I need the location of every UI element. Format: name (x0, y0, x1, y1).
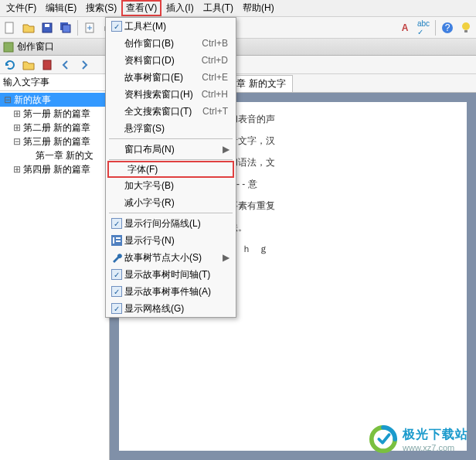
left-panel: ⊟ 新的故事 ⊞ 第一册 新的篇章 ⊞ 第二册 新的篇章 ⊟ 第三册 新的篇章 … (0, 74, 110, 460)
tree-node[interactable]: ⊟ 第三册 新的篇章 (0, 135, 109, 148)
main-toolbar: A abc✓ ? (0, 17, 476, 39)
menu-help[interactable]: 帮助(H) (238, 0, 279, 16)
view-dropdown: ✓工具栏(M) 创作窗口(B)Ctrl+B 资料窗口(D)Ctrl+D 故事树窗… (105, 17, 236, 318)
menu-show-line-num[interactable]: 显示行号(N) (106, 232, 236, 249)
tree-root[interactable]: ⊟ 新的故事 (0, 93, 109, 107)
svg-rect-18 (116, 237, 121, 239)
tree-leaf[interactable]: 第一章 新的文 (0, 148, 109, 162)
menu-tools[interactable]: 工具(T) (199, 0, 238, 16)
expand-icon[interactable]: ⊞ (12, 108, 22, 119)
svg-rect-2 (45, 24, 49, 27)
tree-node[interactable]: ⊞ 第四册 新的篇章 (0, 162, 109, 176)
save-icon[interactable] (39, 19, 56, 36)
open-icon[interactable] (20, 19, 37, 36)
svg-text:?: ? (445, 22, 450, 33)
menu-edit[interactable]: 编辑(E) (41, 0, 81, 16)
svg-rect-13 (43, 60, 51, 70)
menu-resource-window[interactable]: 资料窗口(D)Ctrl+D (106, 52, 236, 69)
svg-point-10 (462, 22, 470, 30)
mini-toolbar (0, 56, 476, 74)
menu-tree-node-size[interactable]: 故事树节点大小(S)▶ (106, 249, 236, 266)
menu-view[interactable]: 查看(V) (121, 0, 162, 16)
menu-file[interactable]: 文件(F) (2, 0, 41, 16)
export-icon[interactable] (81, 19, 98, 36)
menu-search[interactable]: 搜索(S) (81, 0, 121, 16)
menu-font[interactable]: 字体(F) (107, 161, 234, 178)
svg-rect-12 (4, 43, 13, 52)
footer-url: www.xz7.com (403, 443, 468, 452)
chevron-right-icon: ▶ (223, 252, 233, 263)
menu-create-window[interactable]: 创作窗口(B)Ctrl+B (106, 35, 236, 52)
chevron-right-icon: ▶ (223, 144, 233, 155)
menubar: 文件(F) 编辑(E) 搜索(S) 查看(V) 插入(I) 工具(T) 帮助(H… (0, 0, 476, 17)
tree-node[interactable]: ⊞ 第二册 新的篇章 (0, 121, 109, 135)
arrow-left-icon[interactable] (57, 56, 74, 73)
svg-rect-4 (63, 25, 70, 32)
logo-icon (369, 424, 398, 454)
new-icon[interactable] (2, 19, 19, 36)
footer-watermark: 极光下载站 www.xz7.com (369, 424, 468, 454)
svg-rect-19 (116, 240, 121, 242)
refresh-icon[interactable] (2, 56, 19, 73)
tree-node[interactable]: ⊞ 第一册 新的篇章 (0, 107, 109, 121)
menu-increase-font[interactable]: 加大字号(B) (106, 177, 236, 194)
help-icon[interactable]: ? (439, 19, 456, 36)
menu-insert[interactable]: 插入(I) (162, 0, 198, 16)
collapse-icon[interactable]: ⊟ (3, 94, 12, 105)
menu-window-layout[interactable]: 窗口布局(N)▶ (106, 141, 236, 158)
svg-rect-11 (464, 30, 468, 32)
menu-float-window[interactable]: 悬浮窗(S) (106, 120, 236, 137)
menu-show-time-axis[interactable]: ✓显示故事树时间轴(T) (106, 266, 236, 283)
menu-show-grid[interactable]: ✓显示网格线(G) (106, 300, 236, 317)
expand-icon[interactable]: ⊞ (12, 122, 22, 133)
svg-rect-0 (5, 22, 13, 33)
arrow-right-icon[interactable] (76, 56, 93, 73)
menu-decrease-font[interactable]: 减小字号(R) (106, 194, 236, 211)
book-icon[interactable] (39, 56, 56, 73)
linenum-icon (111, 235, 122, 246)
menu-show-line-sep[interactable]: ✓显示行间分隔线(L) (106, 215, 236, 232)
collapse-icon[interactable]: ⊟ (12, 136, 22, 147)
search-input[interactable] (2, 76, 107, 90)
bold-icon[interactable]: A (396, 19, 413, 36)
menu-show-event-axis[interactable]: ✓显示故事树事件轴(A) (106, 283, 236, 300)
saveall-icon[interactable] (57, 19, 74, 36)
folder-icon[interactable] (20, 56, 37, 73)
panel-icon (3, 42, 14, 53)
expand-icon[interactable]: ⊞ (12, 164, 22, 175)
spellcheck-icon[interactable]: abc✓ (415, 19, 432, 36)
menu-resource-search[interactable]: 资料搜索窗口(H)Ctrl+H (106, 86, 236, 103)
wrench-icon (111, 252, 122, 263)
menu-toolbar[interactable]: ✓工具栏(M) (106, 18, 236, 35)
tip-icon[interactable] (457, 19, 474, 36)
panel-header: 创作窗口 (0, 39, 476, 56)
menu-fulltext-search[interactable]: 全文搜索窗口(T)Ctrl+T (106, 103, 236, 120)
menu-storytree-window[interactable]: 故事树窗口(E)Ctrl+E (106, 69, 236, 86)
footer-title: 极光下载站 (403, 427, 468, 443)
search-row (0, 74, 109, 91)
panel-title: 创作窗口 (17, 40, 54, 53)
svg-rect-17 (113, 237, 114, 244)
story-tree: ⊟ 新的故事 ⊞ 第一册 新的篇章 ⊞ 第二册 新的篇章 ⊟ 第三册 新的篇章 … (0, 91, 109, 460)
